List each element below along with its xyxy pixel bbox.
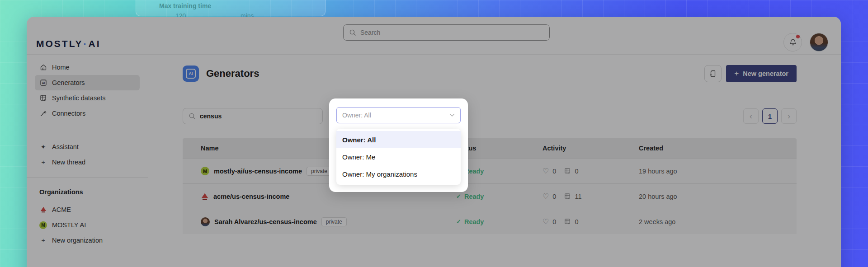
owner-filter-menu: Owner: All Owner: Me Owner: My organizat… xyxy=(336,129,461,185)
app-window: MOSTLY·AI Home AI Generators xyxy=(27,17,841,267)
owner-option-my-organizations[interactable]: Owner: My organizations xyxy=(336,165,461,183)
owner-filter-select[interactable]: Owner: All xyxy=(336,107,461,123)
background-ghost-title: Max training time xyxy=(159,2,211,9)
owner-option-all[interactable]: Owner: All xyxy=(336,131,461,148)
owner-filter-value: Owner: All xyxy=(342,112,371,119)
chevron-down-icon xyxy=(449,113,455,117)
owner-filter-spotlight: Owner: All Owner: All Owner: Me Owner: M… xyxy=(329,98,468,192)
owner-option-me[interactable]: Owner: Me xyxy=(336,148,461,165)
